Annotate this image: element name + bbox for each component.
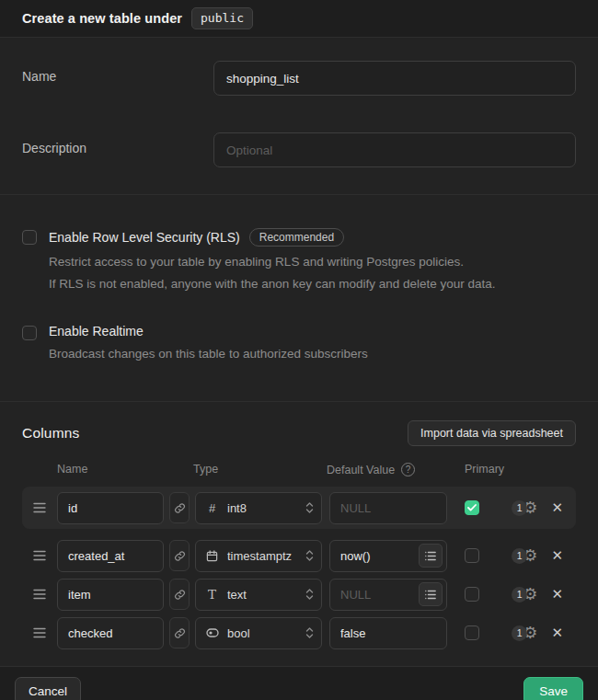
default-value-picker-button[interactable] bbox=[419, 544, 443, 568]
rls-description: Restrict access to your table by enablin… bbox=[49, 251, 496, 295]
default-value-field bbox=[329, 579, 447, 611]
header-name: Name bbox=[57, 463, 193, 476]
header-primary: Primary bbox=[465, 463, 520, 476]
default-value-field bbox=[329, 617, 447, 649]
default-value-field bbox=[329, 492, 447, 524]
table-row: bool 1 ⚙ ✕ bbox=[22, 614, 576, 652]
create-table-dialog: Create a new table under public Name Des… bbox=[0, 0, 598, 700]
name-row: Name bbox=[22, 61, 576, 96]
dialog-header: Create a new table under public bbox=[0, 0, 598, 38]
dialog-title: Create a new table under bbox=[22, 11, 182, 26]
table-options-section: Enable Row Level Security (RLS) Recommen… bbox=[0, 195, 598, 402]
settings-count-badge: 1 bbox=[512, 500, 527, 516]
link-icon bbox=[174, 550, 186, 562]
hash-icon: # bbox=[205, 501, 219, 515]
column-type-select[interactable]: bool bbox=[195, 617, 322, 649]
table-details-section: Name Description bbox=[0, 38, 598, 195]
column-settings-button[interactable]: 1 ⚙ bbox=[512, 586, 537, 602]
default-value-picker-button[interactable] bbox=[419, 582, 443, 606]
close-icon: ✕ bbox=[551, 625, 563, 641]
table-name-input[interactable] bbox=[213, 61, 576, 96]
name-label: Name bbox=[22, 61, 213, 84]
text-icon: T bbox=[205, 587, 219, 602]
recommended-badge: Recommended bbox=[249, 228, 344, 247]
realtime-description: Broadcast changes on this table to autho… bbox=[49, 343, 368, 365]
rls-toggle-block: Enable Row Level Security (RLS) Recommen… bbox=[22, 228, 576, 295]
schema-badge: public bbox=[191, 7, 253, 29]
rls-checkbox[interactable] bbox=[22, 230, 37, 245]
cancel-button[interactable]: Cancel bbox=[15, 677, 81, 700]
column-settings-button[interactable]: 1 ⚙ bbox=[512, 547, 537, 564]
primary-key-checkbox[interactable] bbox=[465, 587, 479, 602]
foreign-key-button[interactable] bbox=[169, 617, 190, 648]
column-type-select[interactable]: timestamptz bbox=[195, 540, 322, 572]
default-value-help-icon[interactable]: ? bbox=[401, 463, 415, 476]
column-name-input[interactable] bbox=[57, 617, 164, 649]
primary-key-checkbox[interactable] bbox=[465, 548, 479, 563]
settings-count-badge: 1 bbox=[512, 587, 527, 602]
chevron-updown-icon bbox=[305, 549, 314, 562]
table-row: timestamptz 1 ⚙ ✕ bbox=[22, 536, 576, 575]
default-value-input[interactable] bbox=[340, 588, 419, 602]
close-icon: ✕ bbox=[551, 499, 563, 516]
default-value-input[interactable] bbox=[340, 626, 443, 640]
drag-handle-icon[interactable] bbox=[33, 502, 46, 513]
columns-section: Columns Import data via spreadsheet Name… bbox=[0, 402, 598, 666]
column-name-input[interactable] bbox=[57, 540, 164, 572]
description-row: Description bbox=[22, 132, 576, 167]
realtime-checkbox[interactable] bbox=[22, 326, 37, 340]
realtime-toggle-block: Enable Realtime Broadcast changes on thi… bbox=[22, 324, 576, 365]
boolean-icon bbox=[205, 628, 219, 637]
drag-handle-icon[interactable] bbox=[33, 627, 46, 638]
save-button[interactable]: Save bbox=[523, 677, 583, 700]
remove-column-button[interactable]: ✕ bbox=[549, 586, 565, 603]
settings-count-badge: 1 bbox=[512, 625, 527, 641]
column-name-input[interactable] bbox=[57, 579, 164, 611]
chevron-updown-icon bbox=[305, 626, 314, 639]
chevron-updown-icon bbox=[305, 501, 314, 514]
link-icon bbox=[174, 502, 186, 514]
chevron-updown-icon bbox=[305, 588, 314, 601]
drag-handle-icon[interactable] bbox=[33, 589, 46, 600]
link-icon bbox=[174, 627, 186, 639]
primary-key-checkbox[interactable] bbox=[465, 500, 479, 515]
foreign-key-button[interactable] bbox=[169, 540, 190, 571]
columns-list: # int8 1 ⚙ ✕ bbox=[22, 487, 576, 652]
realtime-label: Enable Realtime bbox=[49, 324, 144, 339]
primary-key-checkbox[interactable] bbox=[465, 625, 479, 640]
column-name-input[interactable] bbox=[57, 492, 164, 524]
default-value-input[interactable] bbox=[340, 501, 443, 515]
default-value-input[interactable] bbox=[340, 549, 419, 563]
settings-count-badge: 1 bbox=[512, 548, 527, 564]
close-icon: ✕ bbox=[551, 547, 563, 564]
foreign-key-button[interactable] bbox=[169, 579, 190, 610]
remove-column-button[interactable]: ✕ bbox=[549, 499, 565, 517]
import-spreadsheet-button[interactable]: Import data via spreadsheet bbox=[408, 420, 576, 446]
foreign-key-button[interactable] bbox=[169, 492, 190, 523]
header-default-value: Default Value bbox=[327, 464, 395, 476]
column-type-select[interactable]: T text bbox=[195, 579, 322, 611]
remove-column-button[interactable]: ✕ bbox=[549, 547, 565, 565]
calendar-icon bbox=[205, 550, 219, 562]
columns-title: Columns bbox=[22, 425, 80, 442]
columns-header-row: Name Type Default Value ? Primary bbox=[22, 463, 576, 476]
column-type-select[interactable]: # int8 bbox=[195, 492, 322, 524]
remove-column-button[interactable]: ✕ bbox=[549, 625, 565, 642]
table-description-input[interactable] bbox=[213, 132, 576, 167]
column-settings-button[interactable]: 1 ⚙ bbox=[512, 499, 537, 516]
table-row: T text 1 ⚙ ✕ bbox=[22, 575, 576, 614]
close-icon: ✕ bbox=[551, 586, 563, 602]
drag-handle-icon[interactable] bbox=[33, 550, 46, 561]
rls-label: Enable Row Level Security (RLS) bbox=[49, 230, 240, 245]
dialog-footer: Cancel Save bbox=[0, 666, 598, 700]
link-icon bbox=[174, 589, 186, 601]
table-row: # int8 1 ⚙ ✕ bbox=[22, 487, 576, 529]
column-settings-button[interactable]: 1 ⚙ bbox=[512, 625, 537, 641]
default-value-field bbox=[329, 540, 447, 572]
header-type: Type bbox=[193, 463, 327, 476]
description-label: Description bbox=[22, 132, 213, 155]
